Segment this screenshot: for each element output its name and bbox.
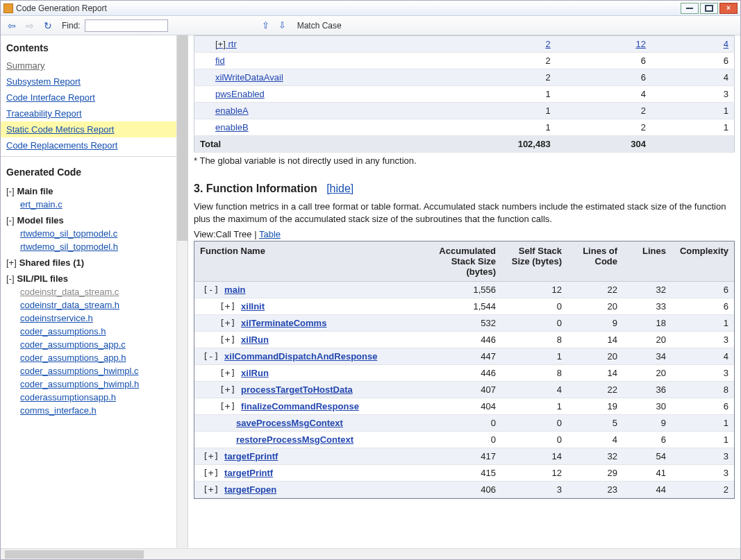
function-metrics-table: Function Name Accumulated Stack Size (by…	[194, 241, 734, 498]
function-link[interactable]: targetFprintf	[224, 451, 278, 461]
table-row: enableB121	[194, 119, 735, 136]
tree-group[interactable]: [+]Shared files (1)	[1, 253, 177, 269]
variable-link[interactable]: fid	[194, 53, 442, 69]
minimize-button[interactable]	[681, 3, 699, 14]
app-icon	[3, 3, 13, 13]
window-title: Code Generation Report	[16, 3, 107, 13]
tree-toggle-icon[interactable]: [+]	[203, 451, 219, 461]
function-link[interactable]: xilTerminateComms	[241, 318, 326, 328]
function-row: [+] xilRun446814203	[194, 365, 734, 382]
tree-toggle-icon[interactable]: [+]	[219, 301, 235, 312]
close-button[interactable]: ×	[719, 3, 738, 14]
horizontal-scrollbar[interactable]	[1, 548, 740, 559]
tree-toggle-icon[interactable]: [+]	[6, 257, 17, 268]
file-link[interactable]: rtwdemo_sil_topmodel.c	[1, 227, 177, 240]
table-row: [+] rtr2124	[194, 36, 735, 53]
col-acc-stack[interactable]: Accumulated Stack Size (bytes)	[425, 241, 501, 282]
tree-group[interactable]: [-]Main file	[1, 182, 177, 198]
find-label: Find:	[62, 21, 81, 31]
tree-group[interactable]: [-]SIL/PIL files	[1, 269, 177, 285]
function-link[interactable]: restoreProcessMsgContext	[236, 434, 353, 445]
function-link[interactable]: xilRun	[241, 368, 269, 378]
col-self-stack[interactable]: Self Stack Size (bytes)	[501, 241, 567, 282]
function-link[interactable]: xilRun	[241, 334, 269, 345]
function-link[interactable]: targetFopen	[224, 484, 276, 495]
tree-toggle-icon[interactable]: [-]	[203, 351, 219, 362]
tree-toggle-icon[interactable]: [-]	[6, 186, 15, 196]
tree-toggle-icon[interactable]: [+]	[219, 334, 235, 345]
function-row: [-] xilCommandDispatchAndResponse4471203…	[194, 348, 734, 365]
function-link[interactable]: xilInit	[241, 301, 265, 312]
function-info-paragraph: View function metrics in a call tree for…	[194, 201, 735, 229]
content-pane: [+] rtr2124fid266xilWriteDataAvail264pws…	[188, 35, 740, 548]
sidebar-link[interactable]: Summary	[1, 58, 177, 74]
sidebar-scrollbar[interactable]	[176, 35, 188, 548]
function-row: restoreProcessMsgContext00461	[194, 432, 734, 448]
hide-link[interactable]: [hide]	[326, 183, 353, 194]
function-link[interactable]: main	[224, 285, 245, 295]
col-function-name[interactable]: Function Name	[194, 241, 425, 282]
function-row: [+] targetPrintf4151229413	[194, 465, 734, 482]
file-link[interactable]: coder_assumptions_hwimpl.c	[1, 364, 177, 377]
tree-toggle-icon[interactable]: [+]	[219, 368, 235, 378]
find-next-button[interactable]: ⇩	[276, 19, 289, 32]
tree-toggle-icon[interactable]: [+]	[203, 484, 219, 495]
col-complexity[interactable]: Complexity	[672, 241, 734, 282]
file-link[interactable]: rtwdemo_sil_topmodel.h	[1, 240, 177, 253]
section-function-information: 3. Function Information [hide]	[194, 173, 735, 201]
tree-toggle-icon[interactable]: [+]	[219, 384, 235, 395]
function-link[interactable]: xilCommandDispatchAndResponse	[224, 351, 377, 362]
variable-link[interactable]: enableA	[194, 103, 442, 119]
table-row: enableA121	[194, 103, 735, 119]
tree-toggle-icon[interactable]: [-]	[6, 215, 15, 226]
view-table-link[interactable]: Table	[259, 229, 281, 239]
tree-toggle-icon[interactable]: [-]	[203, 285, 219, 295]
maximize-button[interactable]	[700, 3, 718, 14]
global-variable-footnote: * The global variable is not directly us…	[194, 153, 735, 173]
tree-toggle-icon[interactable]: [-]	[6, 273, 15, 284]
function-row: [+] targetFprintf4171432543	[194, 448, 734, 465]
table-row: pwsEnabled143	[194, 86, 735, 103]
file-link[interactable]: codeinstrservice.h	[1, 312, 177, 325]
tree-toggle-icon[interactable]: [+]	[219, 318, 235, 328]
function-row: [+] xilRun446814203	[194, 332, 734, 348]
variable-link[interactable]: xilWriteDataAvail	[194, 69, 442, 86]
file-link[interactable]: ert_main.c	[1, 198, 177, 211]
function-link[interactable]: targetPrintf	[224, 468, 273, 478]
file-link[interactable]: comms_interface.h	[1, 404, 177, 417]
variable-link[interactable]: pwsEnabled	[194, 86, 442, 103]
col-lines-of-code[interactable]: Lines of Code	[567, 241, 623, 282]
forward-button[interactable]: ⇨	[23, 19, 37, 33]
file-link[interactable]: codeinstr_data_stream.c	[1, 285, 177, 298]
file-link[interactable]: coderassumptionsapp.h	[1, 391, 177, 404]
sidebar-link[interactable]: Code Replacements Report	[1, 137, 177, 153]
sidebar-link[interactable]: Static Code Metrics Report	[1, 121, 177, 137]
match-case-label[interactable]: Match Case	[297, 21, 342, 31]
back-button[interactable]: ⇦	[5, 19, 19, 33]
file-link[interactable]: coder_assumptions_app.c	[1, 338, 177, 351]
file-link[interactable]: codeinstr_data_stream.h	[1, 298, 177, 312]
contents-heading: Contents	[1, 35, 177, 58]
function-row: [+] targetFopen406323442	[194, 482, 734, 498]
sidebar-link[interactable]: Traceability Report	[1, 105, 177, 121]
generated-code-heading: Generated Code	[1, 160, 177, 182]
tree-toggle-icon[interactable]: [+]	[203, 468, 219, 478]
file-link[interactable]: coder_assumptions.h	[1, 325, 177, 338]
col-lines[interactable]: Lines	[623, 241, 672, 282]
find-prev-button[interactable]: ⇧	[260, 19, 272, 32]
view-mode-line: View:Call Tree | Table	[194, 229, 735, 241]
sidebar-link[interactable]: Subsystem Report	[1, 74, 177, 90]
function-link[interactable]: finalizeCommandResponse	[241, 401, 359, 411]
variable-link[interactable]: [+] rtr	[194, 36, 442, 53]
function-link[interactable]: processTargetToHostData	[241, 384, 353, 395]
function-link[interactable]: saveProcessMsgContext	[236, 418, 343, 428]
tree-group[interactable]: [-]Model files	[1, 211, 177, 227]
variable-link[interactable]: enableB	[194, 119, 442, 136]
tree-toggle-icon[interactable]: [+]	[219, 401, 235, 411]
file-link[interactable]: coder_assumptions_hwimpl.h	[1, 377, 177, 391]
global-variable-table: [+] rtr2124fid266xilWriteDataAvail264pws…	[194, 35, 735, 153]
sidebar-link[interactable]: Code Interface Report	[1, 90, 177, 105]
refresh-button[interactable]: ↻	[41, 19, 55, 33]
find-input[interactable]	[85, 19, 168, 32]
file-link[interactable]: coder_assumptions_app.h	[1, 351, 177, 364]
